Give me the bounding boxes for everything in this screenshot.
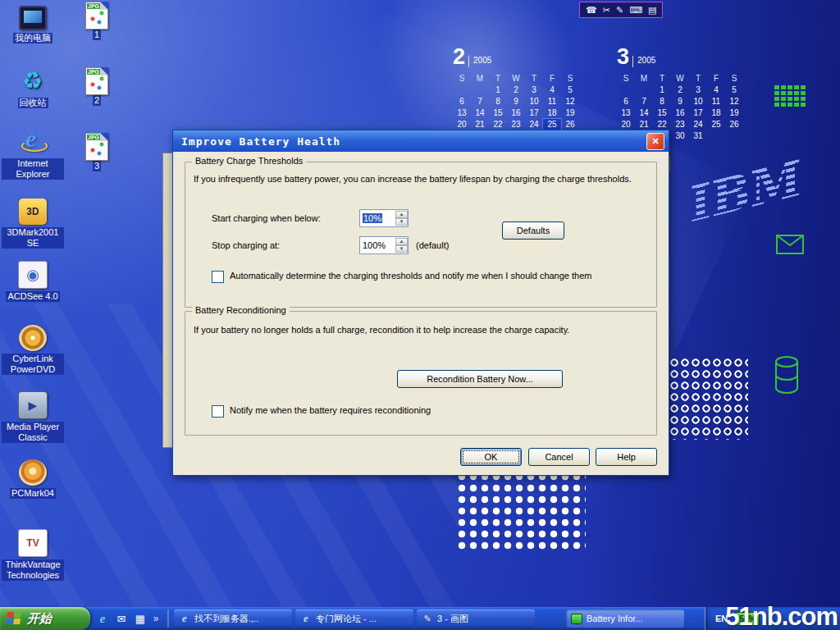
jpg-file-icon bbox=[85, 133, 108, 161]
desktop-icon-powerdvd[interactable]: CyberLink PowerDVD bbox=[2, 325, 64, 375]
phone-icon[interactable]: ☎ bbox=[586, 3, 597, 16]
auto-thresholds-row: Automatically determine the charging thr… bbox=[212, 271, 591, 283]
calendar-day-header: S bbox=[561, 73, 579, 84]
calendar-header: 22005 bbox=[453, 46, 584, 67]
desktop-icon-label: Media Player Classic bbox=[2, 422, 64, 443]
calendar-day: 25 bbox=[707, 119, 725, 130]
file-icon-3[interactable]: 3 bbox=[77, 133, 116, 171]
task-label: 3 - 画图 bbox=[437, 613, 468, 625]
outlook-express-icon[interactable]: ✉ bbox=[114, 611, 129, 626]
calendar-day: 4 bbox=[543, 84, 561, 95]
stop-threshold-value[interactable]: 100% bbox=[360, 240, 395, 250]
calendar-day: 3 bbox=[689, 84, 707, 95]
calendar-day: 12 bbox=[725, 96, 743, 107]
desktop-icon-my-computer[interactable]: 我的电脑 bbox=[2, 3, 64, 43]
internet-explorer-icon[interactable]: e bbox=[95, 611, 110, 626]
taskbar-task[interactable]: e专门网论坛 - ... bbox=[295, 609, 413, 628]
calendar-day-header: S bbox=[453, 73, 471, 84]
pen-icon[interactable]: ✎ bbox=[616, 3, 623, 16]
file-icon-label: 3 bbox=[93, 161, 101, 171]
calendar-day: 9 bbox=[507, 96, 525, 107]
desktop-icon-label: ACDSee 4.0 bbox=[6, 291, 59, 302]
calendar-day: 20 bbox=[453, 119, 471, 130]
calendar-day-header: M bbox=[635, 73, 653, 84]
help-button[interactable]: Help bbox=[596, 448, 657, 466]
taskbar-task[interactable]: Battery Infor... bbox=[566, 609, 684, 628]
taskbar-task[interactable]: ✎3 - 画图 bbox=[417, 609, 535, 628]
calendar-day-header: F bbox=[543, 73, 561, 84]
pcmark-icon bbox=[19, 459, 47, 486]
desktop-icon-column: 我的电脑回收站Internet Explorer3DMark2001 SEACD… bbox=[2, 0, 64, 630]
calendar-day: 5 bbox=[561, 84, 579, 95]
ok-button[interactable]: OK bbox=[460, 448, 522, 466]
show-desktop-icon[interactable]: ▦ bbox=[133, 611, 148, 626]
calendar-day: 12 bbox=[561, 96, 579, 107]
calendar-day-header: F bbox=[707, 73, 725, 84]
spin-up-icon[interactable]: ▲ bbox=[395, 238, 408, 245]
spin-down-icon[interactable]: ▼ bbox=[395, 218, 408, 226]
calendar-day-header: S bbox=[617, 73, 635, 84]
desktop-icon-label: ThinkVantage Technologies bbox=[2, 559, 64, 581]
ibm-logo: IBM bbox=[677, 138, 823, 246]
calendar-day: 17 bbox=[525, 107, 543, 118]
calendar-month-number: 3 bbox=[617, 46, 629, 67]
desktop-icon-label: CyberLink PowerDVD bbox=[2, 354, 64, 375]
spinner-buttons: ▲ ▼ bbox=[395, 238, 408, 253]
dialog-title: Improve Battery Health bbox=[181, 135, 646, 148]
calendar-day: 4 bbox=[707, 84, 725, 95]
calendar-day bbox=[453, 84, 471, 95]
desktop-icon-recycle-bin[interactable]: 回收站 bbox=[2, 69, 64, 108]
start-threshold-spinner[interactable]: 10% ▲ ▼ bbox=[359, 209, 409, 227]
calendar-day bbox=[617, 84, 635, 95]
calendar-day: 25 bbox=[543, 119, 561, 130]
calendar-day: 6 bbox=[453, 96, 471, 107]
keyboard-icon[interactable]: ⌨ bbox=[629, 3, 642, 16]
stop-threshold-spinner[interactable]: 100% ▲ ▼ bbox=[359, 236, 409, 254]
close-icon[interactable]: ✕ bbox=[646, 133, 664, 150]
group-title: Battery Reconditioning bbox=[192, 305, 290, 315]
file-icon-column: 123 bbox=[77, 0, 116, 328]
desktop-icon-thinkvantage[interactable]: ThinkVantage Technologies bbox=[2, 529, 64, 581]
taskbar: 开始 e✉▦» e找不到服务器.,..e专门网论坛 - ...✎3 - 画图Ba… bbox=[0, 607, 840, 630]
chevron-icon[interactable]: » bbox=[152, 611, 160, 626]
calendar-day-header: T bbox=[689, 73, 707, 84]
desktop-icon-label: PCMark04 bbox=[10, 488, 56, 499]
start-charging-label: Start charging when below: bbox=[212, 213, 321, 223]
recondition-battery-button[interactable]: Recondition Battery Now... bbox=[397, 370, 563, 388]
spin-up-icon[interactable]: ▲ bbox=[395, 211, 408, 218]
desktop-icon-acdsee[interactable]: ACDSee 4.0 bbox=[2, 261, 64, 302]
calendar-month-number: 2 bbox=[453, 46, 465, 67]
calendar-day-header: T bbox=[525, 73, 543, 84]
desktop-icon-pcmark[interactable]: PCMark04 bbox=[2, 459, 64, 499]
desktop-icon-3dmark[interactable]: 3DMark2001 SE bbox=[2, 199, 64, 249]
cancel-button[interactable]: Cancel bbox=[528, 448, 590, 466]
calendar-day: 23 bbox=[507, 119, 525, 130]
calendar-day: 15 bbox=[489, 107, 507, 118]
taskbar-divider bbox=[167, 609, 169, 628]
3dmark-icon bbox=[19, 199, 47, 225]
paint-icon: ✎ bbox=[422, 613, 433, 624]
notify-reconditioning-label: Notify me when the battery requires reco… bbox=[230, 405, 431, 415]
notify-reconditioning-checkbox[interactable] bbox=[212, 405, 224, 418]
spin-down-icon[interactable]: ▼ bbox=[395, 245, 408, 253]
desktop-icon-ie[interactable]: Internet Explorer bbox=[2, 130, 64, 180]
desktop-icon-mpc[interactable]: Media Player Classic bbox=[2, 391, 64, 443]
auto-thresholds-checkbox[interactable] bbox=[212, 271, 224, 283]
keyboard-deco-icon bbox=[774, 85, 807, 113]
defaults-button[interactable]: Defaults bbox=[502, 221, 564, 240]
start-button[interactable]: 开始 bbox=[0, 607, 90, 630]
dialog-title-bar[interactable]: Improve Battery Health ✕ bbox=[173, 130, 669, 152]
calendar-day: 7 bbox=[635, 96, 653, 107]
calendar-day: 2 bbox=[671, 84, 689, 95]
file-icon-2[interactable]: 2 bbox=[77, 67, 116, 106]
notes-icon[interactable]: ▤ bbox=[648, 3, 656, 16]
envelope-deco-icon bbox=[776, 235, 804, 258]
acdsee-icon bbox=[18, 261, 48, 289]
scissors-icon[interactable]: ✂ bbox=[603, 3, 610, 16]
calendar-day: 26 bbox=[561, 119, 579, 130]
taskbar-task[interactable]: e找不到服务器.,.. bbox=[174, 609, 292, 628]
ie-icon: e bbox=[300, 613, 312, 624]
start-threshold-value[interactable]: 10% bbox=[360, 213, 395, 223]
file-icon-1[interactable]: 1 bbox=[77, 2, 116, 40]
calendar-day: 22 bbox=[489, 119, 507, 130]
